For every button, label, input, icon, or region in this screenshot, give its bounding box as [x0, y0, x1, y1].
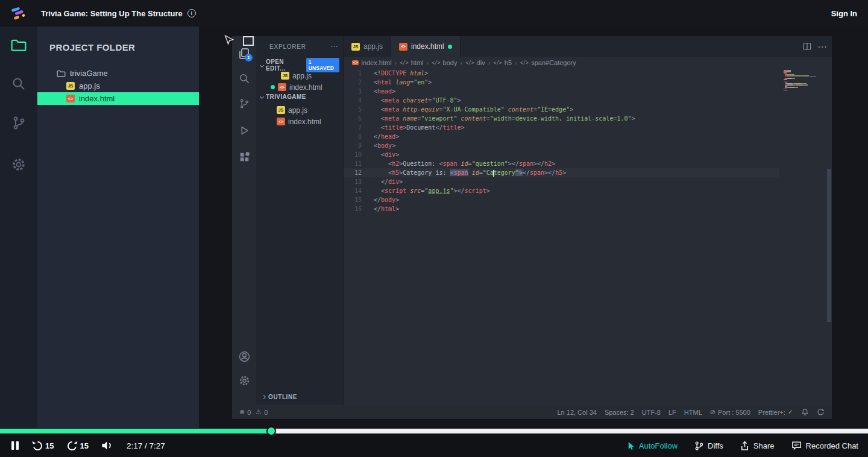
- code-line[interactable]: 8</head>: [344, 132, 779, 141]
- explorer-file-appjs[interactable]: JS app.js: [256, 104, 343, 116]
- minimap[interactable]: [784, 70, 822, 91]
- code-line[interactable]: 11 <h2>Question: <span id="question"></s…: [344, 159, 779, 168]
- pause-button[interactable]: [11, 441, 19, 450]
- code-text[interactable]: </head>: [362, 132, 779, 141]
- breadcrumb-item[interactable]: body: [443, 59, 458, 66]
- code-text[interactable]: <body>: [362, 141, 779, 150]
- code-line[interactable]: 16</html>: [344, 204, 779, 213]
- workspace-section-header[interactable]: TRIVIAGAME: [260, 93, 341, 100]
- code-text[interactable]: </div>: [362, 177, 779, 186]
- scrimba-logo-icon[interactable]: [10, 5, 27, 21]
- code-line[interactable]: 14 <script src="app.js"></script>: [344, 186, 779, 195]
- autofollow-label: AutoFollow: [639, 441, 678, 450]
- problems-status[interactable]: ⊗ 0 ⚠ 0: [239, 408, 268, 416]
- search-icon[interactable]: [0, 75, 37, 93]
- code-line[interactable]: 6 <meta name="viewport" content="width=d…: [344, 114, 779, 123]
- explorer-files-icon[interactable]: 1: [232, 45, 256, 63]
- outline-section-header[interactable]: OUTLINE: [262, 394, 297, 400]
- settings-gear-icon[interactable]: [0, 156, 37, 174]
- code-line[interactable]: 2<html lang="en">: [344, 78, 779, 87]
- diffs-button[interactable]: Diffs: [694, 441, 723, 451]
- code-line[interactable]: 15</body>: [344, 195, 779, 204]
- line-number: 16: [344, 204, 362, 213]
- share-button[interactable]: Share: [740, 441, 775, 451]
- code-area[interactable]: 1<!DOCTYPE html>2<html lang="en">3<head>…: [344, 69, 832, 405]
- forward-seconds: 15: [80, 441, 88, 450]
- feedback-bell-icon[interactable]: [801, 408, 809, 416]
- folder-icon: [57, 70, 66, 77]
- manage-gear-icon[interactable]: [232, 371, 256, 389]
- more-actions-icon[interactable]: ⋯: [330, 42, 338, 51]
- source-control-icon[interactable]: [232, 95, 256, 113]
- sync-icon[interactable]: [817, 408, 825, 416]
- progress-track[interactable]: [0, 428, 868, 434]
- code-text[interactable]: <h2>Question: <span id="question"></span…: [362, 159, 779, 168]
- chevron-right-icon: ›: [460, 59, 462, 66]
- tree-folder-triviagame[interactable]: triviaGame: [37, 67, 199, 80]
- code-line[interactable]: 9<body>: [344, 141, 779, 150]
- scrollbar-thumb[interactable]: [827, 169, 831, 322]
- code-line[interactable]: 13 </div>: [344, 177, 779, 186]
- player-bar: 15 15 2:17 / 7:27 AutoFollow: [0, 428, 868, 457]
- code-line[interactable]: 5 <meta http-equiv="X-UA-Compatible" con…: [344, 105, 779, 114]
- run-debug-icon[interactable]: [232, 121, 256, 139]
- code-line[interactable]: 7 <title>Document</title>: [344, 123, 779, 132]
- breadcrumb-item[interactable]: span#Category: [531, 59, 576, 66]
- open-editor-indexhtml[interactable]: <> index.html: [256, 81, 343, 93]
- sign-in-button[interactable]: Sign In: [831, 9, 857, 18]
- extensions-icon[interactable]: [232, 148, 256, 166]
- cursor-pointer-icon: [627, 441, 635, 450]
- info-icon[interactable]: i: [187, 9, 196, 17]
- code-line[interactable]: 1<!DOCTYPE html>: [344, 69, 779, 78]
- progress-fill[interactable]: [0, 429, 271, 433]
- breadcrumb-item[interactable]: index.html: [361, 59, 391, 66]
- tab-indexhtml-active[interactable]: <> index.html: [391, 36, 461, 57]
- line-number: 10: [344, 150, 362, 159]
- more-actions-icon[interactable]: ⋯: [817, 41, 827, 52]
- html-file-icon: <>: [278, 83, 286, 91]
- code-text[interactable]: <script src="app.js"></script>: [362, 186, 779, 195]
- status-encoding[interactable]: UTF-8: [642, 409, 661, 416]
- autofollow-toggle[interactable]: AutoFollow: [627, 441, 678, 450]
- breadcrumb-item[interactable]: div: [477, 59, 485, 66]
- code-text[interactable]: <title>Document</title>: [362, 123, 779, 132]
- code-text[interactable]: <meta http-equiv="X-UA-Compatible" conte…: [362, 105, 779, 114]
- status-port[interactable]: ⊘ Port : 5500: [710, 408, 750, 416]
- status-prettier[interactable]: Prettier+: ✓: [758, 408, 793, 416]
- code-text[interactable]: </html>: [362, 204, 779, 213]
- code-text[interactable]: <h5>Category is: <span id="Category"></s…: [362, 168, 779, 177]
- volume-button[interactable]: [101, 440, 114, 451]
- breadcrumb-item[interactable]: html: [411, 59, 424, 66]
- code-text[interactable]: </body>: [362, 195, 779, 204]
- forward-15-button[interactable]: 15: [66, 440, 88, 452]
- rewind-15-button[interactable]: 15: [32, 440, 54, 452]
- code-text[interactable]: <html lang="en">: [362, 78, 779, 87]
- code-text[interactable]: <head>: [362, 87, 779, 96]
- account-icon[interactable]: [232, 347, 256, 365]
- code-line[interactable]: 12 <h5>Category is: <span id="Category">…: [344, 168, 779, 177]
- tree-file-appjs[interactable]: JS app.js: [37, 80, 199, 92]
- project-folder-icon[interactable]: [0, 36, 37, 54]
- line-number: 4: [344, 96, 362, 105]
- search-icon[interactable]: [232, 69, 256, 87]
- code-text[interactable]: <meta name="viewport" content="width=dev…: [362, 114, 779, 123]
- status-indentation[interactable]: Spaces: 2: [605, 409, 634, 416]
- code-line[interactable]: 4 <meta charset="UTF-8">: [344, 96, 779, 105]
- code-text[interactable]: <!DOCTYPE html>: [362, 69, 779, 78]
- git-branch-icon[interactable]: [0, 114, 37, 132]
- status-cursor-position[interactable]: Ln 12, Col 34: [557, 409, 596, 416]
- recorded-chat-button[interactable]: Recorded Chat: [791, 441, 858, 450]
- code-text[interactable]: <meta charset="UTF-8">: [362, 96, 779, 105]
- code-line[interactable]: 3<head>: [344, 87, 779, 96]
- breadcrumb-item[interactable]: h5: [505, 59, 512, 66]
- open-editor-appjs[interactable]: JS app.js: [256, 70, 343, 81]
- split-editor-icon[interactable]: [803, 42, 811, 51]
- status-eol[interactable]: LF: [668, 409, 676, 416]
- status-language[interactable]: HTML: [684, 409, 702, 416]
- warning-icon: ⚠: [256, 408, 262, 416]
- tree-file-indexhtml-selected[interactable]: <> index.html: [37, 92, 199, 105]
- explorer-file-indexhtml[interactable]: <> index.html: [256, 116, 343, 127]
- code-line[interactable]: 10 <div>: [344, 150, 779, 159]
- code-text[interactable]: <div>: [362, 150, 779, 159]
- tab-appjs[interactable]: JS app.js: [344, 36, 391, 57]
